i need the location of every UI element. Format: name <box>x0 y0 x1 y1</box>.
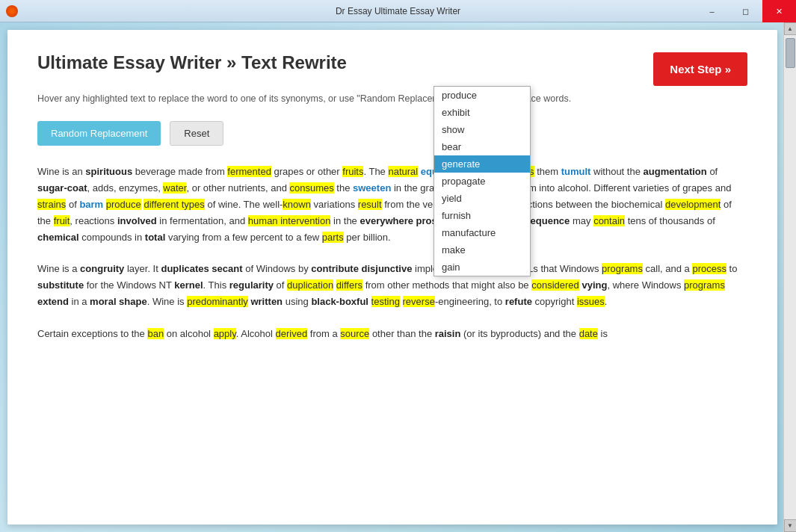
main-content-area: Ultimate Essay Writer » Text Rewrite Nex… <box>7 30 777 525</box>
scroll-down-arrow[interactable]: ▼ <box>784 519 797 532</box>
window-title: Dr Essay Ultimate Essay Writer <box>336 6 460 16</box>
random-replacement-button[interactable]: Random Replacement <box>37 121 161 146</box>
word-written[interactable]: written <box>250 296 283 307</box>
dropdown-item-furnish[interactable]: furnish <box>434 207 530 224</box>
word-process[interactable]: process <box>692 263 726 274</box>
scroll-thumb[interactable] <box>786 38 795 68</box>
dropdown-menu-list: produce exhibit show bear generate propa… <box>434 86 531 276</box>
dropdown-item-produce[interactable]: produce <box>434 87 530 104</box>
word-programs2[interactable]: programs <box>684 279 725 291</box>
word-black-boxful[interactable]: black-boxful <box>311 296 368 307</box>
word-total[interactable]: total <box>145 232 165 243</box>
word-water[interactable]: water <box>163 182 186 194</box>
paragraph-1: Wine is an spirituous beverage made from… <box>37 164 747 246</box>
word-human-intervention[interactable]: human intervention <box>248 215 331 226</box>
word-extend[interactable]: extend <box>37 296 69 307</box>
word-contain[interactable]: contain <box>593 215 625 226</box>
dropdown-item-gain[interactable]: gain <box>434 259 530 276</box>
word-reverse[interactable]: reverse <box>403 296 435 307</box>
dropdown-item-propagate[interactable]: propagate <box>434 173 530 190</box>
word-produce[interactable]: produce <box>106 199 141 210</box>
word-issues[interactable]: issues <box>577 296 605 307</box>
word-substitute[interactable]: substitute <box>37 279 84 291</box>
title-bar: Dr Essay Ultimate Essay Writer – ◻ ✕ <box>0 0 796 22</box>
word-tumult[interactable]: tumult <box>561 166 591 177</box>
word-programs[interactable]: programs <box>602 263 643 274</box>
word-vying[interactable]: vying <box>581 279 607 291</box>
content-inner: Ultimate Essay Writer » Text Rewrite Nex… <box>7 30 777 525</box>
word-fruit[interactable]: fruit <box>54 215 70 226</box>
scroll-up-arrow[interactable]: ▲ <box>784 22 797 35</box>
word-fermented[interactable]: fermented <box>227 166 271 177</box>
word-refute[interactable]: refute <box>505 296 532 307</box>
word-known[interactable]: known <box>283 199 311 210</box>
word-duplicates-secant[interactable]: duplicates secant <box>161 263 242 274</box>
word-chemical[interactable]: chemical <box>37 232 79 243</box>
paragraph-2: Wine is a congruity layer. It duplicates… <box>37 261 747 310</box>
word-source[interactable]: source <box>340 328 369 339</box>
word-moral-shape[interactable]: moral shape <box>90 296 147 307</box>
word-contribute-disjunctive[interactable]: contribute disjunctive <box>311 263 412 274</box>
synonym-dropdown[interactable]: produce exhibit show bear generate propa… <box>434 86 531 276</box>
dropdown-item-exhibit[interactable]: exhibit <box>434 104 530 121</box>
word-strains[interactable]: strains <box>37 199 66 210</box>
dropdown-item-generate[interactable]: generate <box>434 155 530 173</box>
word-considered[interactable]: considered <box>531 279 579 291</box>
dropdown-item-yield[interactable]: yield <box>434 190 530 207</box>
next-step-button[interactable]: Next Step » <box>653 52 747 86</box>
app-logo <box>6 5 18 17</box>
word-date[interactable]: date <box>579 328 598 339</box>
word-partial: ents <box>247 182 265 194</box>
word-duplication[interactable]: duplication <box>287 279 333 291</box>
word-derived[interactable]: derived <box>276 328 308 339</box>
dropdown-item-make[interactable]: make <box>434 241 530 259</box>
page-title: Ultimate Essay Writer » Text Rewrite <box>37 52 347 73</box>
dropdown-item-show[interactable]: show <box>434 121 530 138</box>
dropdown-item-manufacture[interactable]: manufacture <box>434 224 530 241</box>
header-row: Ultimate Essay Writer » Text Rewrite Nex… <box>37 52 747 86</box>
close-button[interactable]: ✕ <box>762 0 796 22</box>
word-consumes[interactable]: consumes <box>289 182 333 194</box>
word-differs[interactable]: differs <box>336 279 362 291</box>
word-result[interactable]: result <box>358 199 382 210</box>
word-spirituous[interactable]: spirituous <box>85 166 132 177</box>
word-congruity[interactable]: congruity <box>80 263 124 274</box>
word-fruits[interactable]: fruits <box>342 166 363 177</box>
scrollbar-right[interactable]: ▲ ▼ <box>783 22 796 532</box>
word-regularity[interactable]: regularity <box>229 279 274 291</box>
restore-button[interactable]: ◻ <box>729 0 762 22</box>
word-raisin[interactable]: raisin <box>435 328 461 339</box>
word-natural[interactable]: natural <box>388 166 418 177</box>
word-kernel[interactable]: kernel <box>174 279 203 291</box>
word-involved[interactable]: involved <box>117 215 157 226</box>
word-development[interactable]: development <box>665 199 721 210</box>
word-predominantly[interactable]: predominantly <box>187 296 248 307</box>
buttons-row: Random Replacement Reset <box>37 121 747 146</box>
window-controls: – ◻ ✕ <box>695 0 796 22</box>
minimize-button[interactable]: – <box>695 0 729 22</box>
subtitle-text: Hover any highlighted text to replace th… <box>37 92 747 106</box>
text-content: Wine is an spirituous beverage made from… <box>37 164 747 342</box>
word-sweeten[interactable]: sweeten <box>353 182 391 194</box>
word-apply[interactable]: apply <box>214 328 236 339</box>
word-barm[interactable]: barm <box>79 199 103 210</box>
word-ban[interactable]: ban <box>147 328 164 339</box>
word-augmentation[interactable]: augmentation <box>644 166 707 177</box>
dropdown-item-bear[interactable]: bear <box>434 138 530 155</box>
word-sugarcoat[interactable]: sugar-coat <box>37 182 87 194</box>
paragraph-3: Certain exceptions to the ban on alcohol… <box>37 326 747 342</box>
word-testing[interactable]: testing <box>371 296 400 307</box>
word-parts[interactable]: parts <box>322 232 344 243</box>
word-different-types[interactable]: different types <box>144 199 204 210</box>
reset-button[interactable]: Reset <box>170 121 223 146</box>
